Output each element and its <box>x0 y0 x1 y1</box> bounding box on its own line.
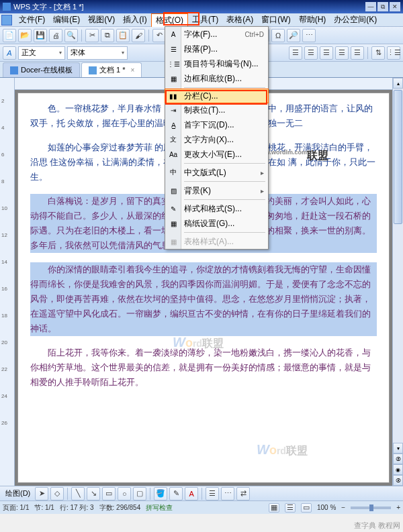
font-color-button[interactable]: A <box>185 487 198 500</box>
options-button[interactable]: ⋯ <box>302 29 316 42</box>
menu-item-background[interactable]: ▨背景(K)▸ <box>165 183 268 198</box>
system-menu-icon[interactable] <box>1 15 12 25</box>
copy-button[interactable]: ⧉ <box>101 29 114 42</box>
arrow-style-button[interactable]: ⇄ <box>236 487 250 500</box>
arrow-button[interactable]: ↘ <box>87 487 100 500</box>
zoom-slider[interactable] <box>351 507 391 509</box>
browse-object-button[interactable]: ◉ <box>393 464 403 475</box>
menu-item-chinese-layout[interactable]: 中中文版式(L)▸ <box>165 165 268 180</box>
grid-icon: ▦ <box>168 218 179 229</box>
align-left-button[interactable]: ☰ <box>289 46 302 60</box>
prev-page-button[interactable]: ⦿ <box>393 454 403 464</box>
menu-item-change-case[interactable]: Aa更改大小写(E)... <box>165 147 268 162</box>
align-center-button[interactable]: ☰ <box>304 46 318 60</box>
paragraph-selected[interactable]: 你的深情的眼睛牵引着我今生的追寻，你绽放的才情镌刻着我无悔的守望，生命因懂得而绵… <box>30 262 377 336</box>
find-button[interactable]: 🔎 <box>287 29 300 42</box>
view-print-layout-button[interactable]: ▦ <box>269 503 279 513</box>
symbol-button[interactable]: Ω <box>271 29 285 42</box>
align-justify-button[interactable]: ☰ <box>335 46 349 60</box>
vertical-scrollbar[interactable]: ▴ ▾ ⦿ ◉ ⦿ <box>392 78 403 486</box>
next-page-button[interactable]: ⦿ <box>393 475 403 486</box>
new-button[interactable]: 📄 <box>3 29 16 42</box>
close-button[interactable]: ✕ <box>390 2 400 11</box>
case-icon: Aa <box>168 149 179 160</box>
menu-item-tabs[interactable]: ⇥制表位(T)... <box>165 103 268 117</box>
scroll-up-button[interactable]: ▴ <box>393 78 403 89</box>
dropcap-icon: A̲ <box>168 119 179 130</box>
dash-style-button[interactable]: ⋯ <box>221 487 234 500</box>
menu-insert[interactable]: 插入(I) <box>119 13 150 26</box>
format-painter-button[interactable]: 🖌 <box>132 29 145 42</box>
list-icon: ⋮☰ <box>168 58 179 69</box>
status-line-col: 行: 17 列: 3 <box>60 503 94 513</box>
scroll-down-button[interactable]: ▾ <box>393 443 403 454</box>
menu-item-paragraph[interactable]: ☰段落(P)... <box>165 42 268 56</box>
cut-button[interactable]: ✂ <box>85 29 99 42</box>
autoshapes-button[interactable]: ◇ <box>50 487 64 500</box>
menu-item-manuscript[interactable]: ▦稿纸设置(G)... <box>165 216 268 231</box>
font-icon: A <box>168 29 179 40</box>
paragraph[interactable]: 陌上花开，我等你来。着一袭淡绿的薄纱，染一地粉嫩浅白，携一缕沁人的花香，与你相约… <box>30 345 377 390</box>
undo-button[interactable]: ↶ <box>152 29 166 42</box>
restore-button[interactable]: ⧉ <box>377 2 388 11</box>
paste-button[interactable]: 📋 <box>116 29 130 42</box>
draw-menu-label[interactable]: 绘图(D) <box>3 488 33 498</box>
scroll-thumb[interactable] <box>394 90 402 224</box>
bullets-button[interactable]: ⋮☰ <box>387 46 400 60</box>
paragraph-icon: ☰ <box>168 44 179 54</box>
menu-item-columns[interactable]: ▮▮分栏(C)... <box>165 89 269 103</box>
save-button[interactable]: 💾 <box>34 29 47 42</box>
style-panel-button[interactable]: A <box>3 46 16 60</box>
preview-button[interactable]: 🔍 <box>64 29 78 42</box>
view-web-button[interactable]: ▭ <box>301 503 312 513</box>
open-button[interactable]: 📂 <box>18 29 32 42</box>
view-outline-button[interactable]: ☰ <box>285 503 296 513</box>
menu-file[interactable]: 文件(F) <box>15 13 49 26</box>
textbox-button[interactable]: ▢ <box>133 487 146 500</box>
menu-office-space[interactable]: 办公空间(K) <box>330 13 381 26</box>
menu-item-dropcap[interactable]: A̲首字下沉(D)... <box>165 117 268 132</box>
status-spellcheck[interactable]: 拼写检查 <box>146 503 173 513</box>
menu-tools[interactable]: 工具(T) <box>188 13 222 26</box>
line-style-button[interactable]: ☰ <box>206 487 219 500</box>
menu-item-font[interactable]: A字体(F)...Ctrl+D <box>165 27 268 42</box>
style-icon: ✎ <box>168 203 179 214</box>
line-button[interactable]: ╲ <box>71 487 85 500</box>
style-select[interactable]: 正文▾ <box>18 46 65 60</box>
menu-help[interactable]: 帮助(H) <box>295 13 330 26</box>
menu-item-bullets[interactable]: ⋮☰项目符号和编号(N)... <box>165 56 268 71</box>
tab-docer[interactable]: Docer-在线模板 <box>3 62 80 77</box>
chinese-icon: 中 <box>168 167 179 178</box>
tab-close-icon[interactable]: × <box>131 66 135 74</box>
menu-window[interactable]: 窗口(W) <box>257 13 294 26</box>
menu-edit[interactable]: 编辑(E) <box>49 13 84 26</box>
zoom-in-button[interactable]: + <box>396 504 400 511</box>
menu-item-table-style: ▦表格样式(A)... <box>165 234 268 249</box>
line-spacing-button[interactable]: ⇅ <box>371 46 385 60</box>
menu-table[interactable]: 表格(A) <box>222 13 257 26</box>
zoom-out-button[interactable]: − <box>341 504 345 511</box>
menu-item-styles[interactable]: ✎样式和格式(S)... <box>165 201 268 216</box>
align-right-button[interactable]: ☰ <box>320 46 333 60</box>
print-button[interactable]: 🖨 <box>49 29 62 42</box>
zoom-value[interactable]: 100 % <box>317 504 336 511</box>
align-distribute-button[interactable]: ☰ <box>351 46 364 60</box>
menu-item-text-direction[interactable]: 文文字方向(X)... <box>165 132 268 147</box>
oval-button[interactable]: ○ <box>118 487 131 500</box>
menu-view[interactable]: 视图(V) <box>84 13 119 26</box>
vertical-ruler[interactable]: 2 4 6 8 10 12 14 16 18 20 22 24 26 <box>0 78 15 486</box>
minimize-button[interactable]: — <box>365 2 376 11</box>
font-select[interactable]: 宋体▾ <box>67 46 128 60</box>
fill-color-button[interactable]: 🪣 <box>154 487 167 500</box>
site-watermark: 查字典 教程网 <box>354 521 400 531</box>
tab-document-1[interactable]: 文档 1 * × <box>81 62 142 77</box>
doc-icon <box>89 66 97 74</box>
tab-label: Docer-在线模板 <box>21 65 73 75</box>
rectangle-button[interactable]: ▭ <box>102 487 116 500</box>
line-color-button[interactable]: ✎ <box>169 487 183 500</box>
menu-format[interactable]: 格式(O) <box>151 13 188 27</box>
menu-item-borders[interactable]: ▦边框和底纹(B)... <box>165 71 268 86</box>
watermark: Word联盟 <box>257 442 308 458</box>
status-char-count: 字数: 296/854 <box>99 503 141 513</box>
select-arrow-button[interactable]: ➤ <box>35 487 48 500</box>
